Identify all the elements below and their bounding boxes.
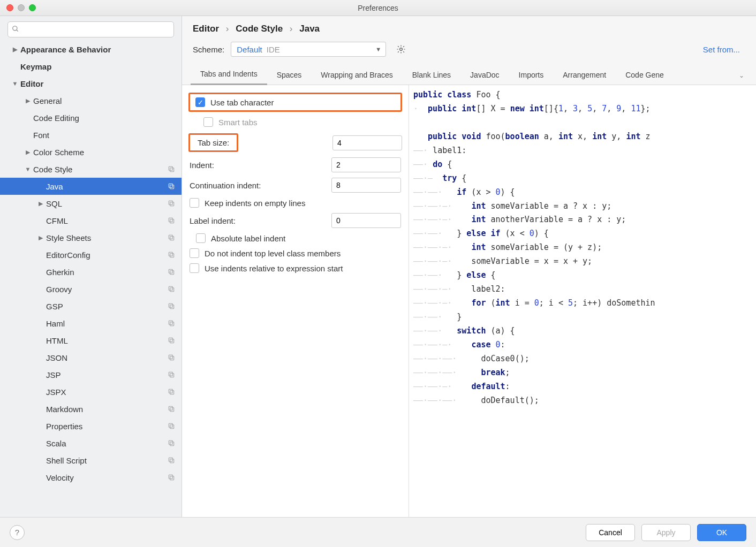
tree-item-style-sheets[interactable]: ▶Style Sheets (0, 229, 182, 246)
absolute-label-checkbox[interactable] (196, 233, 206, 243)
tab-spaces[interactable]: Spaces (267, 65, 312, 85)
tab-blank-lines[interactable]: Blank Lines (403, 65, 460, 85)
maximize-icon[interactable] (29, 4, 36, 11)
chevron-down-icon: ▼ (375, 46, 381, 52)
svg-rect-26 (170, 374, 174, 377)
svg-rect-21 (169, 321, 172, 324)
crumb-code-style[interactable]: Code Style (236, 24, 283, 34)
help-button[interactable]: ? (10, 525, 25, 540)
svg-rect-5 (169, 184, 172, 187)
scheme-select[interactable]: Default IDE ▼ (231, 42, 386, 57)
svg-rect-13 (169, 252, 172, 256)
tabs-row: Tabs and IndentsSpacesWrapping and Brace… (182, 64, 756, 85)
tab-size-label: Tab size: (198, 138, 229, 147)
tab-wrapping-and-braces[interactable]: Wrapping and Braces (311, 65, 402, 85)
tree-item-gherkin[interactable]: Gherkin (0, 263, 182, 280)
no-top-indent-checkbox[interactable] (190, 248, 199, 258)
keep-indents-checkbox[interactable] (190, 198, 199, 208)
label-indent-label: Label indent: (190, 216, 326, 225)
copy-icon (168, 457, 175, 464)
tree-item-code-style[interactable]: ▼Code Style (0, 161, 182, 178)
ok-button[interactable]: OK (697, 524, 746, 541)
tree-item-jspx[interactable]: JSPX (0, 383, 182, 400)
tree-item-json[interactable]: JSON (0, 349, 182, 366)
tree-item-markdown[interactable]: Markdown (0, 400, 182, 417)
cancel-button[interactable]: Cancel (586, 524, 635, 541)
tree-item-label: JSPX (46, 388, 168, 397)
svg-rect-20 (170, 322, 174, 326)
label-indent-input[interactable] (331, 213, 401, 228)
tree-item-properties[interactable]: Properties (0, 417, 182, 435)
tree-item-label: Shell Script (46, 456, 168, 465)
tree-item-sql[interactable]: ▶SQL (0, 195, 182, 212)
tree-item-groovy[interactable]: Groovy (0, 280, 182, 298)
tab-code-gene[interactable]: Code Gene (616, 65, 674, 85)
search-input[interactable] (7, 21, 174, 37)
set-from-link[interactable]: Set from... (703, 45, 745, 54)
main-panel: Editor › Code Style › Java Scheme: Defau… (182, 16, 756, 517)
tree-item-label: Gherkin (46, 268, 168, 277)
scheme-tag: IDE (267, 45, 280, 54)
tree-item-label: EditorConfig (46, 250, 168, 260)
tabs-overflow-chevron[interactable]: ⌄ (736, 66, 747, 85)
relative-expr-checkbox[interactable] (190, 263, 199, 273)
crumb-editor[interactable]: Editor (193, 24, 219, 34)
code-preview-text: public class Foo { · public int[] X = ne… (413, 88, 752, 408)
continuation-indent-label: Continuation indent: (190, 181, 326, 190)
tree-item-general[interactable]: ▶General (0, 92, 182, 109)
indent-input[interactable] (331, 157, 401, 172)
tree-item-label: SQL (46, 199, 168, 208)
tree-item-label: Editor (20, 79, 182, 88)
tree-item-label: Java (46, 182, 168, 191)
tree-item-velocity[interactable]: Velocity (0, 469, 182, 486)
tab-javadoc[interactable]: JavaDoc (460, 65, 509, 85)
svg-rect-9 (169, 218, 172, 222)
continuation-indent-input[interactable] (331, 178, 401, 193)
tree-item-color-scheme[interactable]: ▶Color Scheme (0, 143, 182, 161)
smart-tabs-checkbox[interactable] (203, 117, 213, 127)
tree-item-label: General (33, 96, 182, 105)
tree-item-java[interactable]: Java (0, 178, 182, 195)
tree-item-label: Color Scheme (33, 148, 182, 157)
chevron-down-icon: ▼ (22, 166, 33, 172)
copy-icon (168, 285, 175, 293)
apply-button[interactable]: Apply (641, 524, 691, 541)
tree-item-gsp[interactable]: GSP (0, 298, 182, 315)
tree-item-cfml[interactable]: CFML (0, 212, 182, 229)
copy-icon (168, 251, 175, 259)
code-preview: public class Foo { · public int[] X = ne… (409, 85, 756, 517)
chevron-right-icon: ▶ (22, 149, 33, 156)
copy-icon (168, 405, 175, 413)
svg-point-40 (400, 48, 403, 51)
svg-rect-10 (170, 237, 174, 240)
minimize-icon[interactable] (18, 4, 25, 11)
titlebar: Preferences (0, 0, 756, 16)
tree-item-font[interactable]: Font (0, 126, 182, 143)
settings-tree[interactable]: ▶Appearance & BehaviorKeymap▼Editor▶Gene… (0, 41, 182, 517)
tree-item-jsp[interactable]: JSP (0, 366, 182, 383)
tab-tabs-and-indents[interactable]: Tabs and Indents (191, 64, 267, 85)
tree-item-shell-script[interactable]: Shell Script (0, 452, 182, 469)
tree-item-label: HTML (46, 336, 168, 345)
tab-imports[interactable]: Imports (509, 65, 554, 85)
tabs-indents-form: ✓ Use tab character Smart tabs Tab size:… (182, 85, 409, 517)
use-tab-checkbox[interactable]: ✓ (195, 97, 205, 107)
close-icon[interactable] (6, 4, 13, 11)
tree-item-scala[interactable]: Scala (0, 435, 182, 452)
tree-item-editor[interactable]: ▼Editor (0, 75, 182, 92)
tab-arrangement[interactable]: Arrangement (553, 65, 616, 85)
dialog-footer: ? Cancel Apply OK (0, 517, 756, 547)
svg-rect-36 (170, 459, 174, 463)
tree-item-code-editing[interactable]: Code Editing (0, 109, 182, 126)
tab-size-input[interactable] (332, 135, 402, 150)
scheme-gear-button[interactable] (394, 42, 409, 57)
tree-item-keymap[interactable]: Keymap (0, 58, 182, 75)
tree-item-haml[interactable]: Haml (0, 315, 182, 332)
svg-rect-7 (169, 201, 172, 204)
tree-item-editorconfig[interactable]: EditorConfig (0, 246, 182, 263)
tree-item-label: CFML (46, 216, 168, 225)
svg-rect-35 (169, 440, 172, 444)
keep-indents-label: Keep indents on empty lines (205, 199, 305, 208)
tree-item-appearance-behavior[interactable]: ▶Appearance & Behavior (0, 41, 182, 58)
tree-item-html[interactable]: HTML (0, 332, 182, 349)
